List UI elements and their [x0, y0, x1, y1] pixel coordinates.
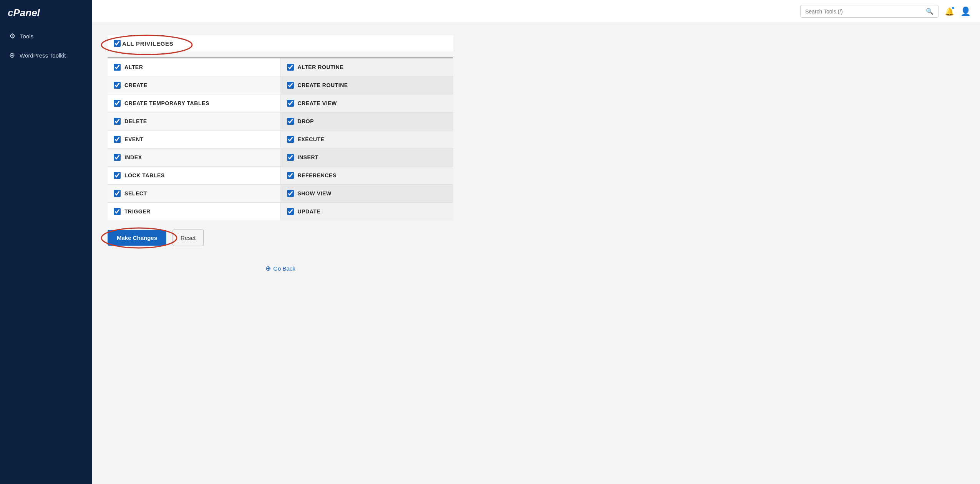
- logo: cPanel: [0, 0, 92, 23]
- checkbox-trigger[interactable]: [114, 208, 121, 215]
- checkbox-alter[interactable]: [114, 64, 121, 71]
- all-privileges-wrapper: ALL PRIVILEGES: [108, 35, 453, 55]
- all-privileges-row: ALL PRIVILEGES: [108, 35, 453, 51]
- checkbox-select[interactable]: [114, 190, 121, 197]
- checkbox-references[interactable]: [287, 172, 294, 179]
- table-row: CREATE CREATE ROUTINE: [108, 76, 453, 94]
- priv-cell-left: CREATE: [108, 76, 281, 94]
- checkbox-index[interactable]: [114, 154, 121, 161]
- table-row: ALTER ALTER ROUTINE: [108, 58, 453, 76]
- checkbox-drop[interactable]: [287, 118, 294, 125]
- search-icon: 🔍: [926, 8, 934, 15]
- notification-badge: [951, 6, 955, 10]
- priv-label-right: CREATE VIEW: [298, 100, 337, 106]
- checkbox-insert[interactable]: [287, 154, 294, 161]
- priv-cell-left: CREATE TEMPORARY TABLES: [108, 94, 281, 112]
- priv-label-right: REFERENCES: [298, 172, 337, 178]
- priv-label-right: EXECUTE: [298, 136, 325, 142]
- priv-label-left: CREATE: [124, 82, 148, 88]
- header: 🔍 🔔 👤: [92, 0, 980, 23]
- notifications-button[interactable]: 🔔: [945, 7, 954, 16]
- priv-cell-left: INDEX: [108, 149, 281, 166]
- search-box[interactable]: 🔍: [800, 5, 939, 18]
- priv-cell-right: CREATE VIEW: [281, 94, 454, 112]
- priv-cell-left: SELECT: [108, 185, 281, 202]
- priv-cell-right: REFERENCES: [281, 167, 454, 184]
- all-privileges-label: ALL PRIVILEGES: [122, 40, 174, 47]
- main-area: 🔍 🔔 👤 ALL PRIVILEGES: [92, 0, 980, 484]
- checkbox-create-view[interactable]: [287, 100, 294, 107]
- cpanel-logo-text: cPanel: [8, 7, 40, 18]
- priv-cell-right: INSERT: [281, 149, 454, 166]
- priv-label-left: INDEX: [124, 154, 142, 160]
- priv-label-right: ALTER ROUTINE: [298, 64, 344, 70]
- checkbox-create-temporary-tables[interactable]: [114, 100, 121, 107]
- wordpress-icon: ⊕: [9, 51, 15, 59]
- checkbox-alter-routine[interactable]: [287, 64, 294, 71]
- priv-cell-right: ALTER ROUTINE: [281, 58, 454, 76]
- privileges-grid: ALTER ALTER ROUTINE CREATE CREATE ROUTIN…: [108, 58, 453, 220]
- reset-button[interactable]: Reset: [172, 230, 204, 246]
- priv-cell-left: ALTER: [108, 58, 281, 76]
- priv-label-right: INSERT: [298, 154, 319, 160]
- priv-label-left: ALTER: [124, 64, 143, 70]
- priv-label-left: DELETE: [124, 118, 147, 124]
- priv-label-right: UPDATE: [298, 208, 321, 215]
- table-row: SELECT SHOW VIEW: [108, 185, 453, 203]
- sidebar-item-wordpress-label: WordPress Toolkit: [20, 52, 66, 59]
- checkbox-update[interactable]: [287, 208, 294, 215]
- checkbox-delete[interactable]: [114, 118, 121, 125]
- priv-cell-right: DROP: [281, 112, 454, 130]
- sidebar: cPanel ⚙ Tools ⊕ WordPress Toolkit: [0, 0, 92, 484]
- priv-label-right: CREATE ROUTINE: [298, 82, 348, 88]
- table-row: INDEX INSERT: [108, 149, 453, 167]
- make-changes-button[interactable]: Make Changes: [108, 230, 166, 246]
- table-row: EVENT EXECUTE: [108, 130, 453, 149]
- priv-label-right: DROP: [298, 118, 314, 124]
- priv-cell-right: SHOW VIEW: [281, 185, 454, 202]
- user-menu-button[interactable]: 👤: [960, 7, 971, 17]
- priv-cell-right: EXECUTE: [281, 130, 454, 148]
- tools-icon: ⚙: [9, 32, 15, 40]
- priv-cell-right: CREATE ROUTINE: [281, 76, 454, 94]
- checkbox-create[interactable]: [114, 82, 121, 89]
- go-back-row: ⊕ Go Back: [108, 264, 453, 273]
- search-input[interactable]: [805, 8, 923, 15]
- checkbox-show-view[interactable]: [287, 190, 294, 197]
- priv-cell-left: LOCK TABLES: [108, 167, 281, 184]
- sidebar-item-tools[interactable]: ⚙ Tools: [0, 26, 92, 46]
- go-back-link[interactable]: ⊕ Go Back: [265, 264, 295, 273]
- priv-label-left: CREATE TEMPORARY TABLES: [124, 100, 209, 106]
- checkbox-create-routine[interactable]: [287, 82, 294, 89]
- table-row: DELETE DROP: [108, 112, 453, 130]
- sidebar-item-wordpress-toolkit[interactable]: ⊕ WordPress Toolkit: [0, 46, 92, 65]
- priv-label-left: SELECT: [124, 190, 147, 197]
- priv-cell-left: EVENT: [108, 130, 281, 148]
- table-row: TRIGGER UPDATE: [108, 203, 453, 220]
- priv-label-left: EVENT: [124, 136, 143, 142]
- priv-label-left: LOCK TABLES: [124, 172, 165, 178]
- checkbox-event[interactable]: [114, 136, 121, 143]
- content-area: ALL PRIVILEGES ALTER ALTER ROUTINE: [92, 23, 980, 484]
- all-privileges-checkbox[interactable]: [114, 40, 121, 47]
- priv-cell-right: UPDATE: [281, 203, 454, 220]
- priv-cell-left: TRIGGER: [108, 203, 281, 220]
- checkbox-execute[interactable]: [287, 136, 294, 143]
- action-row: Make Changes Reset: [108, 230, 453, 246]
- go-back-label: Go Back: [273, 265, 295, 272]
- sidebar-nav: ⚙ Tools ⊕ WordPress Toolkit: [0, 26, 92, 65]
- go-back-icon: ⊕: [265, 264, 271, 273]
- table-row: LOCK TABLES REFERENCES: [108, 167, 453, 185]
- privileges-container: ALL PRIVILEGES ALTER ALTER ROUTINE: [108, 35, 453, 273]
- sidebar-item-tools-label: Tools: [20, 33, 33, 40]
- priv-label-right: SHOW VIEW: [298, 190, 332, 197]
- table-row: CREATE TEMPORARY TABLES CREATE VIEW: [108, 94, 453, 112]
- checkbox-lock-tables[interactable]: [114, 172, 121, 179]
- priv-label-left: TRIGGER: [124, 208, 151, 215]
- priv-cell-left: DELETE: [108, 112, 281, 130]
- header-icons: 🔔 👤: [945, 7, 971, 17]
